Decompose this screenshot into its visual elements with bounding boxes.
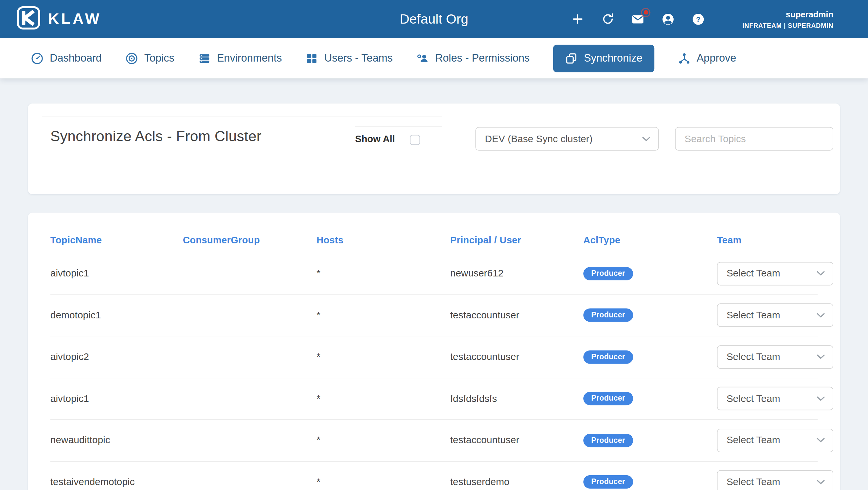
refresh-button[interactable] [600, 11, 615, 27]
cell-team: Select Team [717, 470, 833, 490]
cell-team: Select Team [717, 387, 833, 410]
team-select-value: Select Team [726, 268, 780, 279]
approve-icon [678, 52, 690, 64]
team-select-value: Select Team [726, 434, 780, 446]
acl-type-badge: Producer [583, 475, 633, 489]
search-topics-input[interactable] [675, 127, 833, 151]
team-select[interactable]: Select Team [717, 428, 833, 452]
column-header-topic-name: TopicName [51, 235, 183, 246]
add-button[interactable] [570, 11, 585, 27]
team-select-value: Select Team [726, 476, 780, 488]
username: superadmin [742, 9, 833, 19]
nav-item-environments[interactable]: Environments [198, 52, 282, 64]
cell-principal: testaccountuser [451, 434, 584, 446]
notifications-button[interactable] [630, 11, 645, 27]
chevron-down-icon [816, 354, 825, 359]
user-role: INFRATEAM | SUPERADMIN [742, 22, 833, 29]
nav-item-topics[interactable]: Topics [125, 52, 175, 64]
show-all-label: Show All [355, 133, 395, 146]
cluster-select[interactable]: DEV (Base Sync cluster) [475, 127, 658, 151]
nav-label: Roles - Permissions [435, 52, 530, 64]
nav-item-approve[interactable]: Approve [678, 52, 736, 64]
roles-permissions-icon [416, 52, 429, 64]
team-select-value: Select Team [726, 310, 780, 321]
environments-icon [198, 52, 211, 64]
cell-topic-name: aivtopic1 [51, 393, 183, 405]
acl-type-badge: Producer [583, 267, 633, 280]
klaw-logo-icon [17, 6, 40, 32]
nav-item-synchronize[interactable]: Synchronize [553, 45, 654, 72]
plus-icon [571, 12, 584, 26]
cell-acl-type: Producer [583, 309, 717, 322]
column-header-team: Team [717, 235, 818, 246]
notification-badge [641, 7, 651, 17]
cell-acl-type: Producer [583, 434, 717, 447]
synchronize-icon [565, 52, 578, 64]
cell-acl-type: Producer [583, 392, 717, 405]
nav-label: Approve [696, 52, 736, 64]
cell-principal: newuser612 [451, 268, 584, 279]
svg-text:?: ? [696, 15, 701, 23]
app-root: KLAW Default Org [0, 0, 868, 490]
cell-hosts: * [316, 310, 450, 321]
sync-acls-filter-card: Synchronize Acls - From Cluster Show All… [28, 104, 840, 194]
chevron-down-icon [816, 396, 825, 401]
refresh-icon [601, 12, 615, 26]
topbar: KLAW Default Org [0, 0, 868, 38]
nav-label: Synchronize [584, 52, 643, 64]
chevron-down-icon [642, 136, 651, 141]
acl-type-badge: Producer [583, 309, 633, 322]
nav-label: Topics [144, 52, 175, 64]
cell-principal: testaccountuser [451, 310, 584, 321]
team-select[interactable]: Select Team [717, 304, 833, 327]
main-nav: Dashboard Topics Environments [0, 38, 868, 78]
cell-hosts: * [316, 476, 450, 488]
nav-item-roles-permissions[interactable]: Roles - Permissions [416, 52, 530, 64]
acl-type-badge: Producer [583, 350, 633, 364]
acls-table-card: TopicName ConsumerGroup Hosts Principal … [28, 212, 840, 490]
table-body: aivtopic1 * newuser612 Producer Select T… [51, 253, 817, 490]
cell-topic-name: aivtopic2 [51, 351, 183, 363]
cell-acl-type: Producer [583, 350, 717, 364]
cell-topic-name: aivtopic1 [51, 268, 183, 279]
help-button[interactable]: ? [691, 11, 706, 27]
cell-hosts: * [316, 393, 450, 405]
page-title: Synchronize Acls - From Cluster [51, 127, 261, 145]
cell-team: Select Team [717, 262, 833, 285]
divider [42, 116, 442, 117]
cell-principal: testaccountuser [451, 351, 584, 363]
team-select[interactable]: Select Team [717, 345, 833, 369]
main-content: Synchronize Acls - From Cluster Show All… [0, 78, 868, 490]
team-select[interactable]: Select Team [717, 262, 833, 285]
cell-topic-name: testaivendemotopic [51, 476, 183, 488]
chevron-down-icon [816, 438, 825, 443]
team-select[interactable]: Select Team [717, 470, 833, 490]
column-header-consumer-group: ConsumerGroup [183, 235, 316, 246]
user-info[interactable]: superadmin INFRATEAM | SUPERADMIN [742, 9, 833, 29]
cell-acl-type: Producer [583, 475, 717, 489]
cluster-select-value: DEV (Base Sync cluster) [485, 133, 592, 145]
cell-topic-name: newaudittopic [51, 434, 183, 446]
table-row: aivtopic1 * fdsfdsfdsfs Producer Select … [51, 378, 817, 420]
team-select-value: Select Team [726, 393, 780, 405]
show-all-checkbox[interactable] [410, 135, 420, 145]
chevron-down-icon [816, 480, 825, 484]
account-icon [661, 12, 675, 26]
table-row: newaudittopic * testaccountuser Producer… [51, 420, 817, 462]
column-header-hosts: Hosts [316, 235, 450, 246]
brand[interactable]: KLAW [17, 6, 101, 32]
cell-team: Select Team [717, 345, 833, 369]
topbar-actions: ? superadmin INFRATEAM | SUPERADMIN [570, 9, 833, 29]
table-row: testaivendemotopic * testuserdemo Produc… [51, 462, 817, 490]
cell-hosts: * [316, 268, 450, 279]
table-row: demotopic1 * testaccountuser Producer Se… [51, 295, 817, 336]
nav-item-dashboard[interactable]: Dashboard [31, 52, 102, 64]
org-title: Default Org [400, 11, 468, 27]
help-icon: ? [691, 12, 706, 26]
nav-item-users-teams[interactable]: Users - Teams [305, 52, 393, 64]
table-row: aivtopic1 * newuser612 Producer Select T… [51, 253, 817, 294]
table-header-row: TopicName ConsumerGroup Hosts Principal … [51, 218, 817, 253]
acl-type-badge: Producer [583, 392, 633, 405]
team-select[interactable]: Select Team [717, 387, 833, 410]
account-button[interactable] [661, 11, 676, 27]
